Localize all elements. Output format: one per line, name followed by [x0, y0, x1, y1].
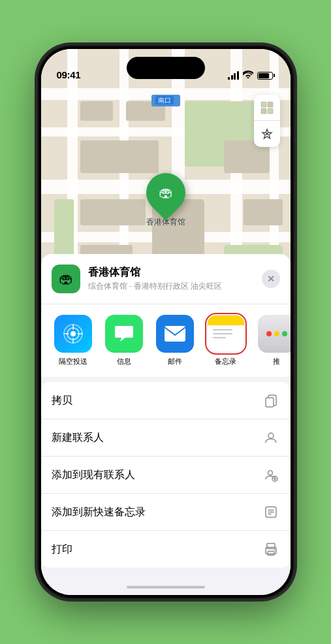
quick-note-icon — [262, 503, 280, 521]
notes-icon-wrap — [207, 315, 245, 353]
share-row: 隔空投送 信息 — [41, 304, 291, 382]
venue-icon: 🏟 — [52, 265, 80, 293]
status-icons — [228, 71, 275, 80]
share-label-messages: 信息 — [117, 357, 131, 366]
svg-point-11 — [268, 433, 274, 438]
action-list: 拷贝 新建联系人 — [41, 382, 291, 568]
airdrop-icon-wrap — [54, 315, 92, 353]
action-label-copy: 拷贝 — [52, 394, 72, 408]
share-item-mail[interactable]: 邮件 — [153, 315, 197, 366]
more-icon-wrap — [258, 315, 291, 353]
status-time: 09:41 — [57, 69, 81, 80]
home-indicator — [127, 586, 205, 588]
venue-card: 🏟 香港体育馆 综合体育馆 · 香港特别行政区 油尖旺区 ✕ — [41, 254, 291, 304]
dynamic-island — [127, 57, 205, 79]
signal-icon — [228, 71, 239, 80]
bottom-sheet: 🏟 香港体育馆 综合体育馆 · 香港特别行政区 油尖旺区 ✕ — [41, 254, 291, 595]
close-button[interactable]: ✕ — [262, 270, 280, 288]
action-item-quick-note[interactable]: 添加到新快速备忘录 — [41, 494, 291, 531]
new-contact-icon — [262, 428, 280, 447]
svg-point-12 — [268, 471, 272, 475]
location-button[interactable] — [254, 121, 280, 147]
action-item-new-contact[interactable]: 新建联系人 — [41, 419, 291, 457]
svg-rect-10 — [266, 398, 274, 407]
map-type-button[interactable] — [254, 95, 280, 121]
map-label: 南口 — [151, 95, 180, 106]
share-item-messages[interactable]: 信息 — [102, 315, 146, 366]
svg-rect-8 — [165, 326, 185, 342]
phone-frame: 09:41 — [39, 46, 293, 598]
action-item-print[interactable]: 打印 — [41, 531, 291, 568]
share-label-airdrop: 隔空投送 — [59, 357, 87, 366]
svg-point-7 — [71, 331, 76, 336]
share-label-mail: 邮件 — [168, 357, 182, 366]
share-item-airdrop[interactable]: 隔空投送 — [52, 315, 95, 366]
svg-rect-15 — [267, 543, 275, 549]
action-label-print: 打印 — [52, 543, 72, 556]
messages-icon-wrap — [105, 315, 143, 353]
action-item-add-contact[interactable]: 添加到现有联系人 — [41, 457, 291, 494]
print-icon — [262, 540, 280, 558]
svg-point-18 — [274, 549, 276, 551]
action-label-quick-note: 添加到新快速备忘录 — [52, 506, 146, 519]
action-label-new-contact: 新建联系人 — [52, 431, 104, 445]
copy-icon — [262, 391, 280, 410]
share-label-notes: 备忘录 — [215, 357, 236, 366]
battery-icon — [257, 72, 275, 80]
venue-name: 香港体育馆 — [88, 266, 254, 280]
action-label-add-contact: 添加到现有联系人 — [52, 468, 135, 482]
location-pin: 🏟 香港体育馆 — [146, 173, 185, 228]
svg-rect-0 — [261, 102, 266, 107]
share-label-more: 推 — [273, 357, 280, 366]
more-dots-icon — [266, 331, 287, 336]
add-contact-icon — [262, 466, 280, 484]
venue-subtitle: 综合体育馆 · 香港特别行政区 油尖旺区 — [88, 281, 254, 292]
pin-inner-icon: 🏟 — [159, 184, 173, 201]
svg-rect-2 — [261, 108, 266, 114]
mail-icon-wrap — [156, 315, 194, 353]
pin-circle: 🏟 — [138, 165, 193, 221]
svg-rect-3 — [268, 108, 273, 114]
svg-rect-17 — [268, 551, 274, 555]
svg-point-4 — [266, 133, 268, 135]
wifi-icon — [243, 71, 253, 80]
svg-rect-1 — [268, 102, 273, 107]
map-controls — [254, 95, 280, 147]
venue-info: 香港体育馆 综合体育馆 · 香港特别行政区 油尖旺区 — [88, 266, 254, 292]
share-item-notes[interactable]: 备忘录 — [204, 315, 247, 366]
action-item-copy[interactable]: 拷贝 — [41, 382, 291, 419]
phone-inner: 09:41 — [41, 49, 291, 595]
share-item-more[interactable]: 推 — [255, 315, 291, 366]
